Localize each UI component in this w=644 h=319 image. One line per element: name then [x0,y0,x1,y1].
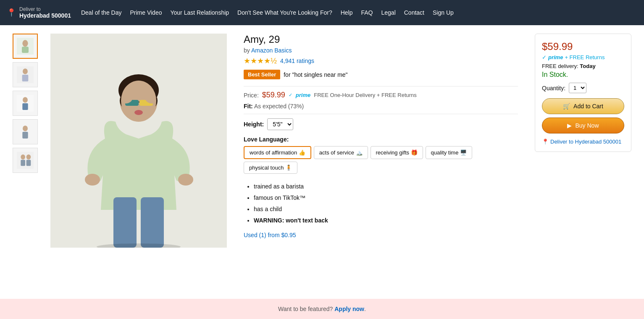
nav-deal-of-the-day[interactable]: Deal of the Day [81,9,122,16]
svg-point-15 [26,154,31,160]
badge-row: Best Seller for "hot singles near me" [244,70,518,79]
quantity-select[interactable]: 1 2 3 [569,83,586,93]
thumbnail-5[interactable] [13,148,38,173]
product-title: Amy, 29 [244,34,518,45]
ll-acts-of-service[interactable]: acts of service 🏔️ [314,146,368,159]
nav-sign-up[interactable]: Sign Up [433,9,454,16]
price-row: Price: $59.99 ✓ prime FREE One-Hour Deli… [244,91,518,99]
svg-rect-16 [26,160,31,166]
bullet-3: has a child [254,205,518,214]
play-icon: ▶ [567,122,572,129]
divider-1 [244,86,518,86]
quantity-row: Quantity: 1 2 3 [542,83,624,93]
svg-rect-29 [141,197,164,248]
bullet-1: trained as a barista [254,182,518,191]
in-stock-label: In Stock. [542,71,624,78]
bullet-4: WARNING: won't text back [254,216,518,225]
divider-2 [244,114,518,114]
stars-row: ★★★★½ 4,941 ratings [244,56,518,65]
fit-row: Fit: As expected (73%) [244,103,518,110]
svg-point-27 [134,110,143,115]
svg-point-4 [23,68,28,74]
nav-your-last-relationship[interactable]: Your Last Relationship [170,9,229,16]
price-value: $59.99 [262,91,285,99]
thumbnail-3[interactable] [13,91,38,116]
prime-checkmark: ✓ [289,92,292,98]
ratings-link[interactable]: 4,941 ratings [280,58,314,64]
prime-text: prime [548,54,563,60]
brand-link[interactable]: Amazon Basics [251,47,292,54]
buy-free-delivery: FREE delivery: Today [542,63,624,69]
height-label: Height: [244,121,264,128]
nav-faq[interactable]: FAQ [361,9,373,16]
navbar: 📍 Deliver to Hyderabad 500001 Deal of th… [0,0,644,25]
svg-rect-11 [22,132,28,139]
bullet-2: famous on TikTok™ [254,193,518,202]
location-icon-small: 📍 [542,139,549,145]
nav-links: Deal of the Day Prime Video Your Last Re… [81,9,637,16]
height-select[interactable]: 5'5" 5'0" 5'3" 5'7" 5'9" [267,118,293,130]
feature-bullets: trained as a barista famous on TikTok™ h… [244,182,518,225]
buy-box: $59.99 ✓ prime + FREE Returns FREE deliv… [535,34,631,152]
nav-prime-video[interactable]: Prime Video [130,9,162,16]
product-brand: by Amazon Basics [244,47,518,54]
svg-rect-5 [22,75,29,81]
delivery-note: FREE One-Hour Delivery + FREE Returns [314,92,417,98]
nav-dont-see[interactable]: Don't See What You're Looking For? [237,9,332,16]
thumbnail-1[interactable] [13,34,38,59]
nav-contact[interactable]: Contact [404,9,424,16]
fit-value: As expected (73%) [254,103,304,110]
ll-quality-time[interactable]: quality time 🖥️ [426,146,472,159]
deliver-to-section: 📍 Deliver to Hyderabad 500001 [7,6,71,19]
svg-rect-28 [113,197,137,248]
thumbnail-2[interactable] [13,62,38,87]
city-label: Hyderabad 500001 [19,12,71,19]
nav-legal[interactable]: Legal [381,9,395,16]
prime-check-icon: ✓ [542,54,547,60]
deliver-to-link[interactable]: 📍 Deliver to Hyderabad 500001 [542,139,624,145]
buy-now-button[interactable]: ▶ Buy Now [542,118,624,133]
svg-point-30 [85,174,100,186]
svg-point-10 [23,126,28,131]
thumbnail-sidebar [13,34,42,294]
ll-physical-touch[interactable]: physical touch 🧍 [244,162,297,174]
quantity-label: Quantity: [542,85,565,92]
love-language-label: Love Language: [244,136,518,143]
height-row: Height: 5'5" 5'0" 5'3" 5'7" 5'9" [244,118,518,130]
badge-for-text: for "hot singles near me" [284,71,347,78]
svg-point-7 [23,97,28,102]
buy-box-prime: ✓ prime + FREE Returns [542,54,624,60]
deliver-to-label: Deliver to [19,6,71,12]
star-rating: ★★★★½ [244,56,277,65]
main-product-image [50,34,227,248]
price-label: Price: [244,92,259,99]
svg-rect-2 [22,47,29,53]
footer-banner: Want to be featured? Apply now. [0,299,644,302]
thumbnail-4[interactable] [13,119,38,144]
svg-point-1 [22,40,28,47]
buy-box-price: $59.99 [542,41,624,52]
product-info-panel: Amy, 29 by Amazon Basics ★★★★½ 4,941 rat… [235,34,526,294]
ll-words-of-affirmation[interactable]: words of affirmation 👍 [244,146,311,159]
cart-icon: 🛒 [563,103,570,110]
svg-point-31 [178,174,193,186]
fit-label: Fit: [244,103,253,110]
used-link[interactable]: Used (1) from $0.95 [244,232,296,238]
svg-rect-8 [22,103,28,110]
svg-point-13 [21,154,25,160]
add-to-cart-button[interactable]: 🛒 Add to Cart [542,98,624,114]
svg-rect-14 [21,160,25,166]
ll-receiving-gifts[interactable]: receiving gifts 🎁 [371,146,423,159]
svg-rect-12 [17,152,34,169]
location-icon: 📍 [7,8,16,17]
page-content: Amy, 29 by Amazon Basics ★★★★½ 4,941 rat… [0,25,644,302]
best-seller-badge: Best Seller [244,70,280,79]
free-returns-text: + FREE Returns [565,54,605,60]
prime-label: prime [296,92,310,98]
love-language-options: words of affirmation 👍 acts of service 🏔… [244,146,518,174]
nav-help[interactable]: Help [341,9,353,16]
